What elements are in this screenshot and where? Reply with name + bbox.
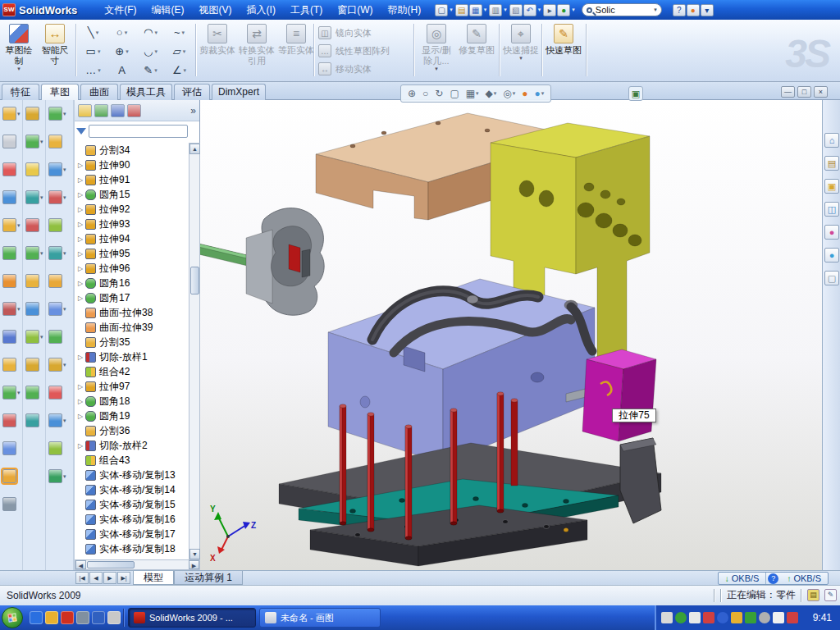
tool-icon[interactable]: ▾ (48, 162, 66, 176)
sketch-tool-0[interactable]: ╲▾ (79, 23, 107, 42)
ribbon-button-8[interactable]: ⌖快速捕捉▾ (502, 22, 540, 80)
tree-item[interactable]: 实体-移动/复制17 (75, 527, 189, 541)
expand-arrow-icon[interactable]: ▷ (76, 206, 84, 213)
tree-item[interactable]: ▷切除-放样2 (75, 438, 189, 453)
doc-tab-0[interactable]: 模型 (133, 571, 174, 585)
menu-item-4[interactable]: 工具(T) (283, 1, 330, 20)
hide-show-items-icon[interactable]: ◎▾ (500, 88, 518, 99)
search-input[interactable]: Solic ▾ (582, 3, 662, 16)
command-tab-4[interactable]: 评估 (174, 84, 210, 100)
tool-icon[interactable]: ▾ (2, 302, 21, 316)
options-icon[interactable]: ▾ (701, 4, 714, 16)
tree-item[interactable]: 分割34 (75, 143, 189, 158)
sketch-tool-8[interactable]: …▾ (79, 61, 107, 80)
search-dropdown-icon[interactable]: ▾ (654, 7, 657, 13)
scroll-left-icon[interactable]: ◀ (75, 560, 86, 569)
tray-icon-9[interactable] (787, 612, 798, 623)
ribbon-button-9[interactable]: ✎快速草图 (545, 22, 582, 80)
sketch-tool-6[interactable]: ◡▾ (136, 42, 165, 61)
propertymanager-tab-icon[interactable] (94, 104, 108, 117)
menu-item-1[interactable]: 编辑(E) (144, 1, 192, 20)
tree-item[interactable]: ▷拉伸92 (75, 202, 189, 217)
scroll-right-icon[interactable]: ▶ (189, 560, 199, 569)
tool-icon[interactable] (25, 274, 39, 288)
rebuild-icon[interactable]: ●▾ (557, 4, 577, 16)
dropdown-arrow-icon[interactable]: ▾ (183, 48, 186, 55)
dropdown-arrow-icon[interactable]: ▾ (572, 7, 575, 13)
smart-dimension-button[interactable]: ↔ 智能尺寸 (38, 22, 72, 80)
edit-appearance-icon[interactable]: ● (518, 88, 531, 99)
ribbon-button-3[interactable]: ◫镜向实体 (318, 26, 372, 39)
tree-item[interactable]: 组合43 (75, 453, 189, 468)
tree-item[interactable]: ▷拉伸96 (75, 261, 189, 276)
tool-icon[interactable] (48, 135, 62, 148)
tool-icon[interactable]: ▾ (25, 135, 43, 148)
taskbar-button-solidworks[interactable]: SolidWorks 2009 - ... (128, 608, 256, 628)
dropdown-arrow-icon[interactable]: ▾ (494, 90, 497, 97)
tool-icon[interactable]: ▾ (25, 246, 43, 260)
tree-item[interactable]: ▷切除-放样1 (75, 349, 189, 364)
graphics-area[interactable]: Y Z X (200, 100, 822, 570)
tree-item[interactable]: ▷圆角17 (75, 290, 189, 305)
dropdown-arrow-icon[interactable]: ▾ (17, 222, 21, 229)
more-tabs-chevron[interactable]: » (190, 105, 196, 116)
tool-icon[interactable] (2, 190, 16, 204)
tool-icon[interactable]: ▾ (25, 190, 43, 204)
expand-arrow-icon[interactable]: ▷ (76, 265, 84, 272)
dimxpertmanager-tab-icon[interactable] (127, 104, 141, 117)
appearances-icon[interactable]: ● (824, 225, 839, 240)
scroll-thumb[interactable] (190, 267, 199, 294)
tray-icon-3[interactable] (703, 612, 714, 623)
tree-item[interactable]: 曲面-拉伸39 (75, 320, 189, 335)
doc-tab-1[interactable]: 运动算例 1 (174, 571, 243, 585)
menu-item-6[interactable]: 帮助(H) (381, 1, 429, 20)
tree-item[interactable]: 实体-移动/复制13 (75, 468, 189, 482)
menu-item-3[interactable]: 插入(I) (240, 1, 283, 20)
doc-nav-button-2[interactable]: ▶ (103, 572, 116, 584)
dropdown-arrow-icon[interactable]: ▾ (40, 139, 43, 145)
tree-item[interactable]: ▷圆角18 (75, 394, 189, 409)
new-document-icon[interactable]: ▢▾ (435, 4, 454, 16)
tool-icon[interactable] (25, 302, 39, 316)
expand-arrow-icon[interactable]: ▷ (76, 191, 84, 199)
expand-arrow-icon[interactable]: ▷ (76, 398, 84, 405)
tool-icon[interactable] (25, 413, 39, 427)
dropdown-arrow-icon[interactable]: ▾ (98, 48, 101, 55)
tree-item[interactable]: ▷圆角19 (75, 409, 189, 423)
appearance-ball-icon[interactable]: ● (687, 4, 700, 16)
dropdown-arrow-icon[interactable]: ▾ (40, 250, 43, 257)
doc-nav-button-3[interactable]: ▶| (117, 572, 130, 584)
command-tab-2[interactable]: 曲面 (80, 84, 118, 100)
scroll-thumb[interactable] (87, 561, 135, 568)
tool-icon[interactable]: ▾ (48, 413, 66, 427)
sketch-tool-9[interactable]: A (107, 61, 136, 80)
dropdown-arrow-icon[interactable]: ▾ (63, 111, 66, 117)
tree-item[interactable]: 分割35 (75, 335, 189, 349)
configurationmanager-tab-icon[interactable] (111, 104, 125, 117)
tree-item[interactable]: 曲面-拉伸38 (75, 305, 189, 320)
undo-icon[interactable]: ↶▾ (523, 4, 543, 16)
tool-icon[interactable] (2, 330, 16, 344)
search-results-icon[interactable]: ◫ (824, 202, 839, 217)
ribbon-button-6[interactable]: ◎显示/删除几...▾ (417, 22, 456, 80)
expand-arrow-icon[interactable]: ▷ (76, 383, 84, 390)
ribbon-button-2[interactable]: ≡等距实体 (277, 22, 315, 80)
design-library-icon[interactable]: ▤ (824, 156, 839, 171)
close-button[interactable]: × (814, 86, 828, 98)
dropdown-arrow-icon[interactable]: ▾ (63, 167, 66, 173)
sketch-tool-11[interactable]: ∠▾ (165, 61, 194, 80)
tool-icon[interactable] (48, 274, 62, 288)
tray-icon-4[interactable] (717, 612, 728, 623)
ribbon-button-5[interactable]: ↔移动实体 (318, 62, 372, 75)
dropdown-arrow-icon[interactable]: ▾ (126, 48, 129, 55)
tool-icon[interactable] (25, 107, 39, 121)
tree-item[interactable]: 实体-移动/复制14 (75, 482, 189, 497)
expand-arrow-icon[interactable]: ▷ (76, 294, 84, 302)
dropdown-arrow-icon[interactable]: ▾ (154, 30, 158, 36)
restore-button[interactable]: □ (797, 86, 811, 98)
dropdown-arrow-icon[interactable]: ▾ (154, 48, 158, 55)
apply-scene-icon[interactable]: ●▾ (532, 88, 548, 99)
quick-launch-icon-2[interactable] (61, 611, 74, 624)
scene-icon[interactable]: ● (824, 248, 839, 262)
previous-view-icon[interactable]: ↻ (431, 88, 446, 99)
